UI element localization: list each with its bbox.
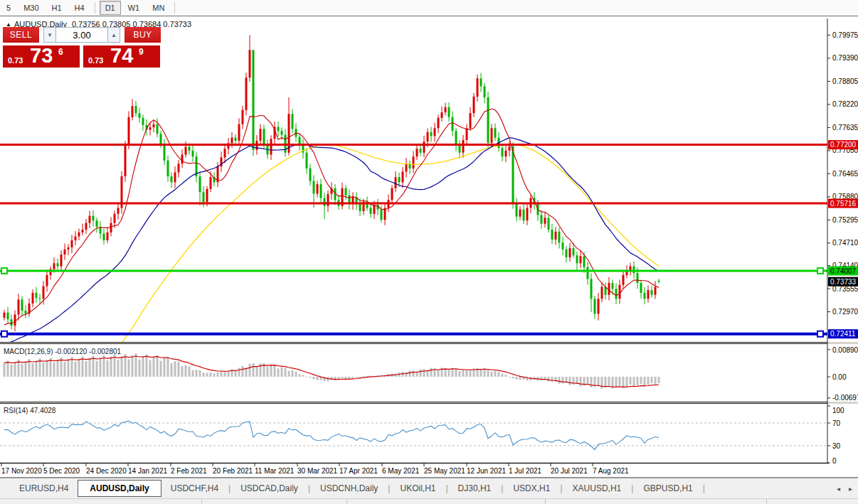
horizontal-lines xyxy=(0,145,827,337)
statusbar-separator xyxy=(545,499,546,504)
macd-tick-label: 0.008903 xyxy=(832,346,858,354)
hline-handle[interactable] xyxy=(1,268,7,274)
axis-price-label: 0.77200 xyxy=(830,141,857,149)
timeframe-button-M30[interactable]: M30 xyxy=(18,1,44,15)
panel-frame xyxy=(0,18,858,463)
price-axis: 0.799750.793900.788050.782200.776350.770… xyxy=(827,31,858,465)
date-tick-label: 17 Apr 2021 xyxy=(339,467,378,475)
date-tick-label: 14 Jan 2021 xyxy=(128,467,167,475)
tab-XAUUSD-H1[interactable]: XAUUSD,H1 xyxy=(563,481,631,496)
axis-price-label: 0.73733 xyxy=(830,278,857,286)
macd-tick-label: 0.00 xyxy=(832,373,847,381)
trading-platform-window: 5M30H1H4D1W1MN 0.799750.793900.788050.78… xyxy=(0,0,858,504)
timeframe-toolbar: 5M30H1H4D1W1MN xyxy=(0,0,858,16)
statusbar-separator xyxy=(766,499,767,504)
timeframe-button-H4[interactable]: H4 xyxy=(69,1,90,15)
buy-price-display[interactable]: 0.73 74 9 xyxy=(83,45,160,68)
hline-handle[interactable] xyxy=(817,331,823,337)
tab-scroll-left-icon[interactable]: ◂ xyxy=(837,485,840,493)
macd-name: MACD(12,26,9) xyxy=(4,348,53,355)
date-tick-label: 11 Mar 2021 xyxy=(255,467,295,475)
price-tick-label: 0.78805 xyxy=(832,77,858,85)
date-tick-label: 6 May 2021 xyxy=(382,467,420,475)
tab-separator: | xyxy=(501,483,503,493)
tab-AUDUSD-Daily[interactable]: AUDUSD,Daily xyxy=(78,480,161,497)
tab-separator: | xyxy=(388,483,390,493)
macd-signal-line xyxy=(4,356,659,387)
macd-tick-label: -0.00697 xyxy=(832,394,858,402)
status-bar xyxy=(0,498,858,504)
tab-GBPUSD-H1[interactable]: GBPUSD,H1 xyxy=(634,481,701,496)
date-tick-label: 30 Mar 2021 xyxy=(297,467,338,475)
date-tick-label: 2 Feb 2021 xyxy=(171,467,207,475)
tab-separator: | xyxy=(308,483,310,493)
date-tick-label: 17 Nov 2020 xyxy=(1,467,42,475)
tab-scroll-right-icon[interactable]: ▸ xyxy=(849,485,852,493)
tab-USDCHF-H4[interactable]: USDCHF,H4 xyxy=(161,481,228,496)
timeframe-button-W1[interactable]: W1 xyxy=(122,1,146,15)
price-tick-label: 0.79975 xyxy=(832,31,858,39)
buy-price-big: 74 xyxy=(110,44,133,68)
rsi-name: RSI(14) xyxy=(4,407,28,414)
price-tick-label: 0.74710 xyxy=(832,239,858,247)
date-tick-label: 20 Jul 2021 xyxy=(551,467,588,475)
chart-canvas[interactable]: 0.799750.793900.788050.782200.776350.770… xyxy=(0,16,858,477)
buy-button[interactable]: BUY xyxy=(125,27,161,43)
date-axis: 17 Nov 20205 Dec 202024 Dec 202014 Jan 2… xyxy=(1,463,629,475)
price-tick-label: 0.79390 xyxy=(832,54,858,62)
volume-input[interactable] xyxy=(56,27,107,43)
tab-separator: | xyxy=(631,483,633,493)
rsi-tick-label: 30 xyxy=(832,442,841,450)
price-tick-label: 0.78220 xyxy=(832,100,858,108)
tab-USDX-H1[interactable]: USDX,H1 xyxy=(504,481,559,496)
sell-price-pip: 6 xyxy=(58,47,63,57)
date-tick-label: 25 May 2021 xyxy=(424,467,465,475)
rsi-value: 47.4028 xyxy=(30,407,55,414)
date-tick-label: 5 Dec 2020 xyxy=(43,467,80,475)
tab-USDCNH-Daily[interactable]: USDCNH,Daily xyxy=(311,481,387,496)
timeframe-button-5[interactable]: 5 xyxy=(1,1,16,15)
tab-UKOil-H1[interactable]: UKOil,H1 xyxy=(391,481,445,496)
macd-histogram xyxy=(4,353,660,389)
sell-price-big: 73 xyxy=(30,44,53,68)
volume-increase-button[interactable]: ▲ xyxy=(107,27,120,43)
toolbar-separator xyxy=(95,2,95,14)
timeframe-button-D1[interactable]: D1 xyxy=(100,1,121,15)
date-tick-label: 20 Feb 2021 xyxy=(213,467,253,475)
tab-separator: | xyxy=(228,483,231,493)
tab-EURUSD-H4[interactable]: EURUSD,H4 xyxy=(10,481,78,496)
rsi-indicator-label: RSI(14) 47.4028 xyxy=(4,407,55,414)
buy-price-prefix: 0.73 xyxy=(88,56,103,65)
timeframe-button-MN[interactable]: MN xyxy=(147,1,170,15)
buy-price-pip: 9 xyxy=(139,47,144,57)
statusbar-separator xyxy=(346,499,347,504)
tab-separator: | xyxy=(445,483,447,493)
tab-navigation: ◂ ▸ xyxy=(837,478,852,499)
tab-DJ30-H1[interactable]: DJ30,H1 xyxy=(449,481,501,496)
axis-price-label: 0.75716 xyxy=(830,200,857,208)
price-tick-label: 0.75295 xyxy=(832,216,858,224)
sell-button[interactable]: SELL xyxy=(3,27,39,43)
tab-separator: | xyxy=(560,483,562,493)
price-tick-label: 0.72970 xyxy=(832,308,858,316)
date-tick-label: 1 Jul 2021 xyxy=(509,467,542,475)
statusbar-separator xyxy=(201,499,202,504)
date-tick-label: 24 Dec 2020 xyxy=(86,467,127,475)
tab-USDCAD-Daily[interactable]: USDCAD,Daily xyxy=(231,481,307,496)
ma-mid-line xyxy=(4,138,659,345)
axis-price-label: 0.72411 xyxy=(830,330,856,338)
timeframe-button-H1[interactable]: H1 xyxy=(46,1,68,15)
sell-price-display[interactable]: 0.73 73 6 xyxy=(3,45,80,68)
date-tick-label: 12 Jun 2021 xyxy=(467,467,506,475)
ma-slow-line xyxy=(122,144,659,343)
hline-handle[interactable] xyxy=(817,268,823,274)
chart-window: 0.799750.793900.788050.782200.776350.770… xyxy=(0,16,858,478)
ma-fast-line xyxy=(4,109,659,325)
hline-handle[interactable] xyxy=(1,331,7,337)
volume-decrease-button[interactable]: ▼ xyxy=(43,27,56,43)
macd-indicator-label: MACD(12,26,9) -0.002120 -0.002801 xyxy=(4,348,121,355)
tab-separator: | xyxy=(703,483,705,493)
date-tick-label: 7 Aug 2021 xyxy=(593,467,629,475)
axis-price-label: 0.74007 xyxy=(830,267,857,275)
toolbar-separator xyxy=(174,2,175,14)
